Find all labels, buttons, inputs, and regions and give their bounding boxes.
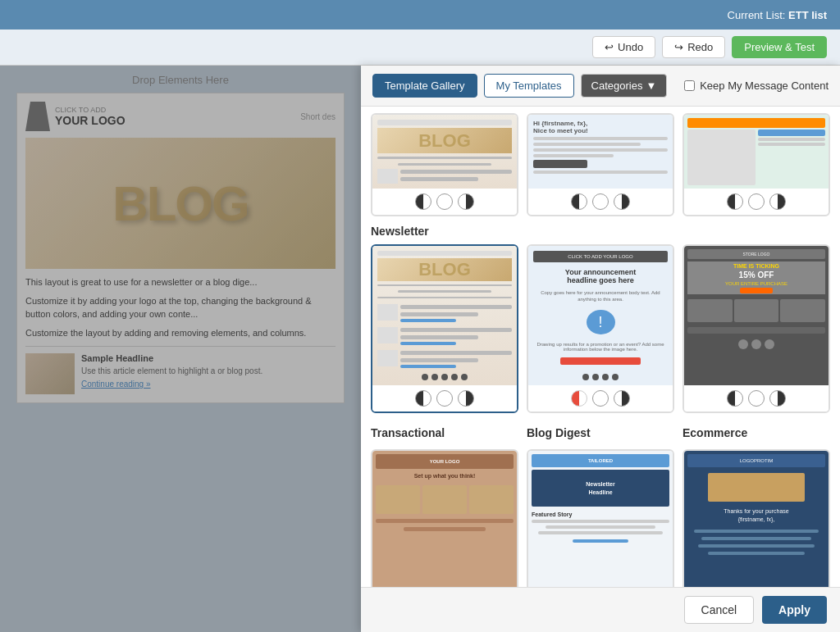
modal-content[interactable]: BLOG — [361, 107, 840, 587]
transactional-template-1[interactable]: YOUR LOGO Set up what you think! — [371, 449, 518, 587]
color-btn-4[interactable] — [571, 193, 587, 210]
newsletter-thumb-2: CLICK TO ADD YOUR LOGO Your announcement… — [528, 246, 673, 385]
current-list-label: Current List: — [728, 9, 786, 21]
transactional-title: Transactional — [371, 426, 518, 439]
template-thumb-top-3 — [684, 115, 829, 189]
template-card-top-1[interactable]: BLOG — [371, 113, 518, 216]
undo-button[interactable]: ↩ Undo — [592, 36, 655, 58]
newsletter-template-1[interactable]: BLOG — [371, 244, 518, 413]
current-list-value: ETT list — [788, 9, 827, 21]
color-btn-2[interactable] — [436, 193, 453, 210]
blog-digest-thumb: TAILORED NewsletterHeadline Featured Sto… — [528, 451, 673, 587]
tab-my-templates[interactable]: My Templates — [484, 74, 574, 98]
color-btn-8[interactable] — [748, 193, 765, 210]
template-thumb-top-1: BLOG — [372, 115, 517, 189]
preview-button[interactable]: Preview & Test — [732, 36, 827, 58]
nl3-color-btn-3[interactable] — [769, 390, 786, 407]
modal-header: Template Gallery My Templates Categories… — [361, 66, 840, 107]
tab-template-gallery[interactable]: Template Gallery — [372, 74, 477, 98]
ecommerce-title: Ecommerce — [682, 426, 830, 439]
keep-content-checkbox[interactable] — [684, 80, 695, 91]
newsletter-section-title: Newsletter — [371, 225, 830, 238]
newsletter-template-grid: BLOG — [371, 244, 830, 413]
apply-button[interactable]: Apply — [762, 596, 827, 624]
newsletter-section: Newsletter BLOG — [371, 225, 830, 413]
nl3-color-btn-2[interactable] — [748, 390, 765, 407]
template-card-top-2[interactable]: Hi {firstname, fx},Nice to meet you! — [527, 113, 674, 216]
top-bar: Current List: ETT list — [0, 0, 840, 30]
color-btn-3[interactable] — [458, 193, 474, 210]
nl-color-btn-2[interactable] — [436, 390, 453, 407]
ecommerce-template-1[interactable]: LOGOPROTIM Thanks for your purchase{firs… — [682, 449, 830, 587]
cancel-button[interactable]: Cancel — [684, 596, 755, 624]
keep-content-label[interactable]: Keep My Message Content — [684, 80, 829, 92]
modal-footer: Cancel Apply — [361, 587, 840, 632]
main-area: Drop Elements Here CLICK TO ADD YOUR LOG… — [0, 66, 840, 632]
redo-button[interactable]: ↪ Redo — [662, 36, 725, 58]
newsletter-template-3[interactable]: STORE LOGO TIME IS TICKING 15% OFF YOUR … — [682, 244, 830, 413]
top-template-row: BLOG — [371, 113, 830, 216]
redo-icon: ↪ — [674, 41, 683, 53]
color-btn-9[interactable] — [769, 193, 786, 210]
color-btn-7[interactable] — [727, 193, 743, 210]
bottom-template-grid: Transactional YOUR LOGO Set up what you … — [371, 426, 830, 587]
template-thumb-top-2: Hi {firstname, fx},Nice to meet you! — [528, 115, 673, 189]
color-btn-1[interactable] — [415, 193, 431, 210]
chevron-down-icon: ▼ — [646, 80, 656, 92]
template-card-top-3[interactable] — [682, 113, 830, 216]
nl2-color-btn-3[interactable] — [614, 390, 630, 407]
ecommerce-thumb: LOGOPROTIM Thanks for your purchase{firs… — [684, 451, 829, 587]
nl-color-btn-3[interactable] — [458, 390, 474, 407]
bottom-sections: Transactional YOUR LOGO Set up what you … — [371, 426, 830, 587]
nl2-color-btn-1[interactable] — [571, 390, 587, 407]
undo-icon: ↩ — [605, 41, 614, 53]
newsletter-thumb-1: BLOG — [372, 246, 517, 385]
blog-digest-title: Blog Digest — [527, 426, 674, 439]
categories-dropdown-button[interactable]: Categories ▼ — [581, 74, 668, 98]
template-gallery-modal: Template Gallery My Templates Categories… — [361, 66, 840, 632]
toolbar: ↩ Undo ↪ Redo Preview & Test — [0, 30, 840, 66]
nl-color-btn-1[interactable] — [415, 390, 431, 407]
color-btn-6[interactable] — [614, 193, 630, 210]
newsletter-thumb-3: STORE LOGO TIME IS TICKING 15% OFF YOUR … — [684, 246, 829, 385]
nl2-color-btn-2[interactable] — [592, 390, 609, 407]
blog-digest-template-1[interactable]: TAILORED NewsletterHeadline Featured Sto… — [527, 449, 674, 587]
transactional-thumb: YOUR LOGO Set up what you think! — [372, 451, 517, 587]
newsletter-template-2[interactable]: CLICK TO ADD YOUR LOGO Your announcement… — [527, 244, 674, 413]
nl3-color-btn-1[interactable] — [727, 390, 743, 407]
color-btn-5[interactable] — [592, 193, 609, 210]
